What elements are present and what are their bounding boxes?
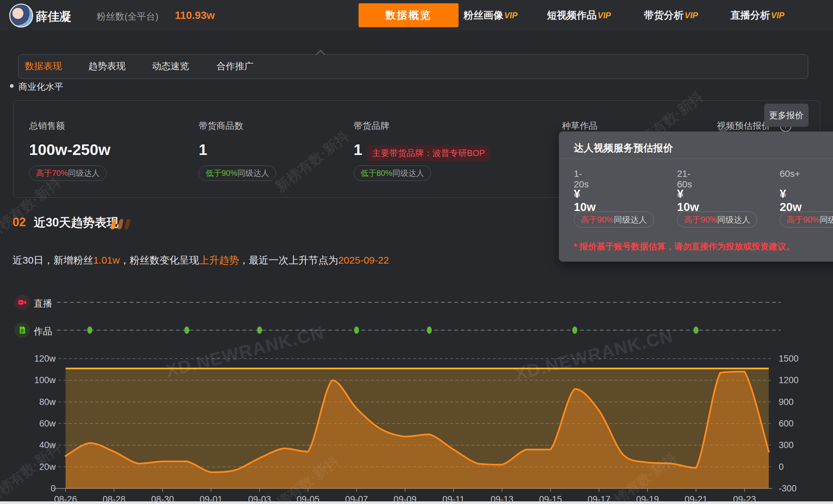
quote-duration: 60s+: [780, 169, 800, 179]
bottom-edge-strip: [0, 501, 833, 504]
tab-data-overview[interactable]: 数据概览: [359, 3, 458, 27]
summary-new-fans: 1.01w: [93, 255, 120, 266]
stat-badge-brand-count: 低于80%同级达人: [354, 166, 431, 181]
fans-count-value: 110.93w: [175, 9, 215, 22]
fans-area: [66, 368, 769, 488]
live-row-label: 直播: [34, 297, 52, 310]
works-row-label: 作品: [34, 325, 52, 338]
tab-short-video[interactable]: 短视频作品VIP: [547, 0, 611, 30]
badge-highlight: 高于90%: [787, 214, 820, 225]
stat-label-product-count: 带货商品数: [199, 120, 243, 132]
watermark-brand: 新榜有数·新抖: [0, 438, 65, 504]
vip-badge: VIP: [771, 10, 784, 20]
y-axis-right-label: 900: [779, 397, 793, 407]
y-axis-left-label: 0: [51, 483, 56, 494]
quote-badge: 高于90%同级达人: [574, 212, 654, 227]
subtab-activity-overview[interactable]: 动态速览: [152, 54, 189, 78]
account-name: 薛佳凝: [36, 8, 72, 25]
works-post-dot: [354, 327, 359, 334]
avatar[interactable]: [9, 4, 33, 27]
main-brand-tag: 主要带货品牌：波普专研BOP: [367, 145, 490, 161]
popup-title: 达人视频服务预估报价: [574, 141, 673, 155]
tab-fan-profile[interactable]: 粉丝画像VIP: [463, 0, 518, 30]
badge-highlight: 高于90%: [581, 214, 614, 225]
badge-suffix: 同级达人: [614, 214, 647, 225]
quote-duration: 21-60s: [677, 169, 692, 190]
works-post-dot: [257, 327, 262, 334]
fans-count-label: 粉丝数(全平台): [97, 10, 159, 23]
y-axis-right-label: 1200: [779, 375, 799, 385]
video-quote-popup: 达人视频服务预估报价 1-20s ¥ 10w 高于90%同级达人 21-60s …: [559, 131, 833, 262]
section-commercialization-label: 商业化水平: [19, 81, 63, 93]
works-post-dot: [88, 327, 92, 334]
quote-price: ¥ 10w: [677, 187, 699, 214]
quote-badge: 高于90%同级达人: [677, 212, 757, 227]
avatar-photo: [10, 5, 32, 26]
stat-label-total-sales: 总销售额: [29, 120, 65, 132]
summary-text: ，最近一次上升节点为: [239, 255, 338, 266]
works-icon: [15, 322, 30, 338]
y-axis-right-label: 1500: [779, 354, 799, 364]
badge-suffix: 同级达人: [237, 168, 269, 178]
vip-badge: VIP: [685, 10, 698, 20]
popup-disclaimer: * 报价基于账号数据估算，请勿直接作为投放或投资建议。: [574, 241, 794, 252]
badge-highlight: 低于80%: [360, 168, 392, 178]
quote-duration: 1-20s: [574, 169, 589, 190]
vip-badge: VIP: [504, 10, 518, 20]
tab-label: 粉丝画像: [463, 8, 503, 22]
stat-label-brand-count: 带货品牌: [354, 120, 389, 132]
trend-area: [66, 371, 769, 488]
subtab-data-performance[interactable]: 数据表现: [25, 54, 62, 78]
watermark-brand: 新榜有数·新抖: [600, 448, 681, 504]
y-axis-left-label: 80w: [39, 397, 56, 407]
works-post-dot: [572, 327, 577, 334]
stat-label-seeding-works: 种草作品: [562, 120, 598, 132]
trend-line: [66, 371, 769, 472]
works-post-dot: [184, 327, 189, 334]
section-number: 02: [13, 215, 26, 229]
summary-rise-date: 2025-09-22: [338, 255, 389, 266]
watermark-brand: 新榜有数·新抖: [262, 452, 343, 504]
section-decor-bar: [124, 219, 131, 230]
summary-trend: 上升趋势: [199, 255, 239, 266]
stat-badge-product-count: 低于90%同级达人: [199, 166, 276, 181]
badge-suffix: 同级达人: [717, 214, 750, 225]
section-bullet-dot: [10, 84, 14, 88]
live-icon: [15, 295, 30, 310]
subtab-trend-performance[interactable]: 趋势表现: [88, 54, 125, 78]
sub-tab-bar: [18, 54, 808, 79]
badge-suffix: 同级达人: [820, 214, 833, 225]
badge-highlight: 高于70%: [36, 168, 68, 178]
y-axis-left-label: 100w: [34, 375, 56, 385]
quote-price: ¥ 20w: [780, 187, 802, 214]
subtab-cooperation[interactable]: 合作推广: [216, 54, 254, 78]
quote-badge: 高于90%同级达人: [780, 212, 833, 227]
summary-text: 近30日，新增粉丝: [13, 255, 93, 266]
works-post-dot: [427, 327, 432, 334]
badge-suffix: 同级达人: [68, 168, 100, 178]
summary-text: ，粉丝数变化呈现: [120, 255, 199, 266]
stat-value-total-sales: 100w-250w: [29, 140, 111, 159]
tab-label: 带货分析: [644, 8, 684, 22]
badge-highlight: 低于90%: [206, 168, 237, 178]
more-quotes-button[interactable]: 更多报价: [764, 104, 809, 127]
y-axis-right-label: -300: [779, 483, 796, 494]
tab-commerce-analysis[interactable]: 带货分析VIP: [644, 0, 698, 30]
trend-summary: 近30日，新增粉丝1.01w，粉丝数变化呈现上升趋势，最近一次上升节点为2025…: [13, 254, 389, 267]
y-axis-right-label: 0: [779, 462, 784, 472]
tab-label: 短视频作品: [547, 8, 597, 22]
y-axis-left-label: 120w: [34, 354, 56, 364]
badge-highlight: 高于90%: [684, 214, 717, 225]
popup-divider: [559, 159, 833, 159]
stat-value-product-count: 1: [199, 140, 207, 159]
works-post-dot: [694, 327, 698, 334]
stat-badge-total-sales: 高于70%同级达人: [29, 166, 106, 181]
badge-suffix: 同级达人: [392, 168, 424, 178]
y-axis-right-label: 300: [779, 440, 793, 450]
y-axis-left-label: 60w: [39, 418, 56, 429]
tab-live-analysis[interactable]: 直播分析VIP: [730, 0, 784, 30]
quote-price: ¥ 10w: [574, 187, 596, 214]
y-axis-right-label: 600: [779, 418, 793, 429]
tab-label: 直播分析: [730, 8, 770, 22]
y-axis-left-label: 40w: [39, 440, 56, 450]
